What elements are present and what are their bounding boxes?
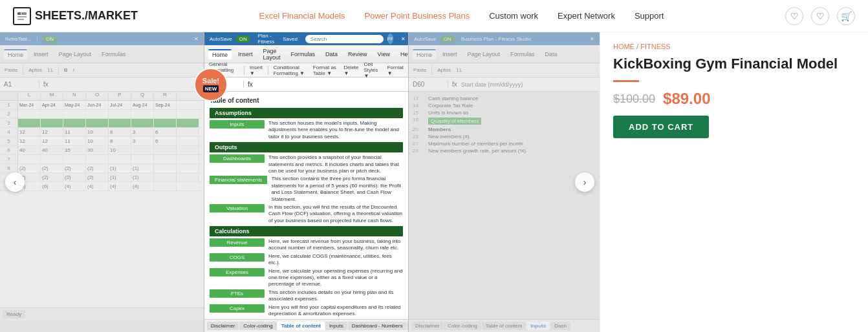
svg-rect-1 — [21, 12, 27, 15]
btn-revenue[interactable]: Revenue — [210, 238, 265, 247]
heart-icon[interactable]: ♡ — [811, 7, 829, 25]
breadcrumb-home[interactable]: HOME — [613, 43, 635, 50]
btn-cogs[interactable]: COGS — [210, 253, 265, 262]
tab-toc-r[interactable]: Table of content — [482, 322, 526, 330]
nav-support[interactable]: Support — [635, 11, 664, 21]
toc-title: Table of content — [210, 97, 403, 104]
search-input-c[interactable] — [305, 35, 384, 43]
tab-view-c[interactable]: View — [374, 50, 394, 59]
tab-layout-l[interactable]: Page Layout — [55, 50, 96, 59]
tab-disclaimer-r[interactable]: Disclaimer — [411, 322, 443, 330]
row-ftes: FTEs This section includes details on yo… — [210, 289, 403, 303]
tab-data-r[interactable]: Data — [541, 50, 561, 59]
add-to-cart-button[interactable]: ADD TO CART — [613, 116, 709, 138]
col-headers-l: L M N O P Q R — [0, 92, 204, 101]
nav-custom-work[interactable]: Custom work — [489, 11, 538, 21]
rc-row-18: 18 Quantity of Members — [413, 117, 596, 125]
paste-btn-l[interactable]: Paste — [3, 67, 19, 74]
tab-layout-c[interactable]: Page Layout — [259, 47, 285, 62]
cell-ref-right[interactable]: D60 — [413, 81, 448, 88]
grid-left: L M N O P Q R 1 Mar-24 Apr-24 May-24 — [0, 92, 204, 320]
tab-dashboard[interactable]: Dashboard - Numbers — [348, 322, 407, 330]
tab-color-r[interactable]: Color-coding — [444, 322, 481, 330]
tab-inputs-r[interactable]: Inputs — [526, 322, 550, 330]
next-arrow[interactable]: › — [575, 172, 594, 192]
formula-bar-right: D60 fx Start date (mm/dd/yyyy) — [409, 78, 600, 92]
logo-icon — [13, 7, 31, 25]
size-btn-l[interactable]: 11 — [45, 67, 55, 74]
tab-toc[interactable]: Table of content — [277, 322, 325, 330]
tab-review-c[interactable]: Review — [344, 50, 371, 59]
tab-formulas-c[interactable]: Formulas — [287, 50, 320, 59]
logo[interactable]: SHEETS./MARKET — [13, 7, 138, 25]
tab-home-r[interactable]: Home — [413, 49, 436, 59]
close-btn-c[interactable]: ✕ — [401, 36, 406, 42]
prev-arrow[interactable]: ‹ — [5, 172, 25, 192]
nav-powerpoint[interactable]: Power Point Business Plans — [365, 11, 470, 21]
preview-area: Sale! NEW ‹ › RetroTabl... ON ✕ Home — [0, 32, 600, 332]
tab-home-l[interactable]: Home — [4, 49, 27, 59]
nav-expert-network[interactable]: Expert Network — [558, 11, 615, 21]
btn-ftes[interactable]: FTEs — [210, 289, 265, 298]
rc-new-members: New members (#) — [428, 134, 470, 140]
btn-valuation[interactable]: Valuation — [210, 204, 265, 213]
tab-color[interactable]: Color-coding — [239, 322, 276, 330]
user-icon[interactable]: ♡ — [785, 7, 803, 25]
italic-btn-l[interactable]: I — [71, 67, 76, 74]
rc-qty-members: Quantity of Members — [428, 118, 481, 125]
fx-symbol-r: fx — [452, 81, 457, 88]
price-original: $100.00 — [613, 92, 655, 106]
breadcrumb-cat[interactable]: FITNESS — [640, 43, 670, 50]
tab-insert-r[interactable]: Insert — [439, 50, 461, 59]
new-badge: NEW — [203, 85, 219, 92]
header-icons: ♡ ♡ 🛒 — [785, 7, 855, 25]
nav-excel-models[interactable]: Excel Financial Models — [259, 11, 345, 21]
sheet-tabs-right: Disclaimer Color-coding Table of content… — [409, 319, 600, 332]
close-btn-l[interactable]: ✕ — [194, 36, 199, 42]
btn-expenses[interactable]: Expenses — [210, 268, 265, 276]
tab-layout-r[interactable]: Page Layout — [464, 50, 505, 59]
sale-text: Sale! — [202, 77, 219, 85]
tab-dash-r[interactable]: Dash — [550, 322, 570, 330]
tab-data-c[interactable]: Data — [321, 50, 342, 59]
tab-disclaimer[interactable]: Disclaimer — [207, 322, 239, 330]
rc-row-20: 20 Members — [413, 127, 596, 132]
btn-inputs[interactable]: Inputs — [210, 120, 265, 129]
cell-styles-btn[interactable]: Cell Styles ▼ — [362, 61, 384, 79]
format-btn2[interactable]: Format ▼ — [385, 64, 406, 77]
btn-dashboards[interactable]: Dashboards — [210, 154, 265, 163]
row-financial: Financial statements This section contai… — [210, 176, 403, 203]
paste-btn-r[interactable]: Paste — [411, 67, 428, 74]
tab-inputs[interactable]: Inputs — [325, 322, 347, 330]
tab-formulas-r[interactable]: Formulas — [506, 50, 539, 59]
cond-btn[interactable]: Conditional Formatting ▼ — [272, 64, 310, 77]
delete-btn[interactable]: Delete ▼ — [342, 64, 360, 77]
font-r[interactable]: Aptos — [435, 67, 452, 74]
tab-home-c[interactable]: Home — [208, 49, 232, 59]
right-col-content: 13 Cash starting balance 14 Corporate Ta… — [409, 92, 600, 159]
size-r[interactable]: 11 — [454, 67, 464, 74]
tab-formulas-l[interactable]: Formulas — [98, 50, 130, 59]
btn-financial[interactable]: Financial statements — [210, 176, 267, 184]
font-btn-l[interactable]: Aptos — [27, 67, 43, 74]
close-r[interactable]: ✕ — [590, 36, 594, 42]
tab-d[interactable]: D — [407, 322, 408, 330]
formula-bar-left: A1 fx — [0, 78, 204, 92]
autosave-on-c: ON — [236, 36, 250, 43]
bold-btn-l[interactable]: B — [62, 67, 70, 74]
desc-financial: This section contains the three pro form… — [271, 176, 403, 203]
tab-insert-c[interactable]: Insert — [234, 50, 257, 59]
format-table-btn[interactable]: Format as Table ▼ — [311, 64, 341, 77]
cell-ref-left[interactable]: A1 — [4, 81, 39, 88]
sheet-right: AutoSave ON Business Plan - Fitness Stud… — [409, 32, 600, 332]
price-area: $100.00 $89.00 — [613, 90, 855, 108]
breadcrumb-sep: / — [636, 43, 638, 50]
tab-help-c[interactable]: Help — [396, 50, 409, 59]
cart-icon[interactable]: 🛒 — [837, 7, 855, 25]
autosave-label-l: RetroTabl... — [5, 36, 32, 42]
desc-dashboards: This section provides a snapshot of your… — [268, 154, 403, 174]
tab-ready-l[interactable]: Ready — [3, 310, 25, 318]
insert-btn[interactable]: Insert ▼ — [248, 64, 265, 77]
tab-insert-l[interactable]: Insert — [30, 50, 52, 59]
btn-capex[interactable]: Capex — [210, 304, 265, 313]
